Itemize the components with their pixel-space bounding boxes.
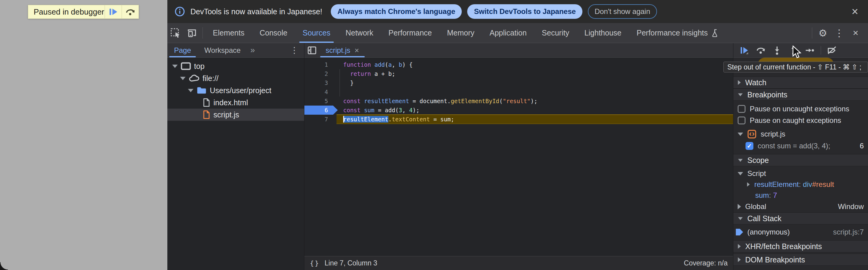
expand-arrow-icon[interactable] bbox=[738, 217, 743, 220]
tab-console[interactable]: Console bbox=[252, 23, 295, 43]
code-line-1[interactable]: 1function add(a, b) { bbox=[304, 60, 733, 69]
expand-arrow-icon[interactable] bbox=[738, 93, 743, 96]
code-line-7[interactable]: 7resultElement.textContent = sum; bbox=[304, 115, 733, 124]
tab-performance-insights[interactable]: Performance insights bbox=[629, 23, 727, 43]
section-watch[interactable]: Watch bbox=[734, 77, 868, 89]
editor-tab-label: script.js bbox=[326, 46, 350, 55]
tab-lighthouse[interactable]: Lighthouse bbox=[577, 23, 629, 43]
tab-sources[interactable]: Sources bbox=[295, 23, 338, 43]
navigator-kebab-icon[interactable]: ⋮ bbox=[285, 43, 304, 57]
scope-content: Script resultElement: div#result sum: 7 … bbox=[734, 166, 868, 212]
line-number[interactable]: 6 bbox=[304, 106, 328, 115]
resume-button[interactable] bbox=[737, 44, 751, 57]
checkbox-unchecked[interactable] bbox=[738, 117, 745, 124]
more-tabs-icon[interactable]: » bbox=[247, 43, 258, 57]
tree-item-project-folder[interactable]: Users/user/project bbox=[167, 84, 304, 96]
collapse-arrow-icon[interactable] bbox=[738, 257, 741, 262]
step-button[interactable] bbox=[803, 44, 817, 57]
tab-memory[interactable]: Memory bbox=[439, 23, 482, 43]
section-breakpoints[interactable]: Breakpoints bbox=[734, 89, 868, 101]
inspect-cursor-icon bbox=[170, 28, 181, 38]
step-over-banner-button[interactable] bbox=[122, 5, 138, 19]
scope-var-sum[interactable]: sum: 7 bbox=[734, 190, 868, 201]
code-line-5[interactable]: 5const resultElement = document.getEleme… bbox=[304, 96, 733, 106]
breakpoint-file-label: script.js bbox=[761, 130, 785, 138]
code-line-2[interactable]: 2 return a + b; bbox=[304, 69, 733, 78]
expand-arrow-icon[interactable] bbox=[172, 65, 178, 68]
collapse-arrow-icon[interactable] bbox=[738, 244, 741, 248]
resume-script-button[interactable] bbox=[104, 5, 122, 19]
line-number[interactable]: 5 bbox=[304, 96, 328, 106]
line-number[interactable]: 3 bbox=[304, 78, 328, 87]
settings-gear-icon[interactable]: ⚙ bbox=[815, 23, 831, 43]
tab-page[interactable]: Page bbox=[167, 43, 198, 57]
switch-devtools-japanese-button[interactable]: Switch DevTools to Japanese bbox=[467, 4, 582, 19]
tree-item-index-html[interactable]: index.html bbox=[167, 96, 304, 109]
device-toolbar-button[interactable] bbox=[184, 23, 200, 43]
infobar-close-icon[interactable]: × bbox=[849, 6, 861, 17]
expand-arrow-icon[interactable] bbox=[738, 159, 743, 161]
tab-application[interactable]: Application bbox=[482, 23, 534, 43]
pretty-print-icon[interactable]: {} bbox=[310, 260, 320, 267]
tree-item-file-origin[interactable]: file:// bbox=[167, 72, 304, 84]
expand-arrow-icon[interactable] bbox=[747, 182, 750, 187]
editor-pane: script.js × 1function add(a, b) {2 retur… bbox=[304, 43, 734, 270]
tab-network[interactable]: Network bbox=[338, 23, 381, 43]
tab-security[interactable]: Security bbox=[534, 23, 577, 43]
tab-performance[interactable]: Performance bbox=[381, 23, 439, 43]
step-into-button[interactable] bbox=[770, 44, 784, 57]
section-dom-breakpoints[interactable]: DOM Breakpoints bbox=[734, 253, 868, 266]
more-options-kebab-icon[interactable]: ⋮ bbox=[831, 23, 847, 43]
section-xhr-breakpoints[interactable]: XHR/fetch Breakpoints bbox=[734, 240, 868, 252]
checkbox-unchecked[interactable] bbox=[738, 105, 745, 113]
tree-item-top[interactable]: top bbox=[167, 60, 304, 72]
step-icon bbox=[805, 46, 815, 55]
line-number[interactable]: 2 bbox=[304, 69, 328, 78]
line-number[interactable]: 7 bbox=[304, 115, 328, 124]
line-number[interactable]: 1 bbox=[304, 60, 328, 69]
expand-arrow-icon[interactable] bbox=[738, 172, 743, 175]
inspect-element-button[interactable] bbox=[167, 23, 184, 43]
tab-elements[interactable]: Elements bbox=[205, 23, 252, 43]
always-match-language-button[interactable]: Always match Chrome's language bbox=[331, 4, 462, 19]
pause-caught-exceptions-row[interactable]: Pause on caught exceptions bbox=[734, 115, 868, 126]
tab-close-icon[interactable]: × bbox=[354, 47, 359, 54]
deactivate-breakpoints-button[interactable] bbox=[825, 44, 839, 57]
code-line-6[interactable]: 6const sum = add(3, 4); bbox=[304, 106, 733, 115]
code-editor[interactable]: 1function add(a, b) {2 return a + b;3 }4… bbox=[304, 58, 733, 256]
variable-name: sum bbox=[755, 191, 769, 199]
checkbox-checked[interactable]: ✓ bbox=[745, 142, 753, 150]
expand-arrow-icon[interactable] bbox=[738, 132, 743, 136]
devtools-close-icon[interactable]: × bbox=[847, 23, 864, 43]
section-call-stack[interactable]: Call Stack bbox=[734, 212, 868, 224]
section-title: Breakpoints bbox=[747, 90, 787, 99]
navigator-toggle-button[interactable] bbox=[304, 43, 319, 57]
scope-var-resultelement[interactable]: resultElement: div#result bbox=[734, 179, 868, 190]
tab-workspace[interactable]: Workspace bbox=[198, 43, 247, 57]
pause-uncaught-exceptions-row[interactable]: Pause on uncaught exceptions bbox=[734, 103, 868, 115]
breakpoint-entry-row[interactable]: ✓ const sum = add(3, 4); 6 bbox=[734, 140, 868, 152]
toolbar-right-controls: ⚙ ⋮ × bbox=[809, 23, 868, 43]
collapse-arrow-icon[interactable] bbox=[738, 80, 741, 85]
section-scope[interactable]: Scope bbox=[734, 154, 868, 166]
code-line-3[interactable]: 3 } bbox=[304, 78, 733, 87]
devtools-infobar: DevTools is now available in Japanese! A… bbox=[167, 0, 868, 23]
breakpoint-file-group[interactable]: script.js bbox=[734, 128, 868, 140]
scope-global-row[interactable]: Global Window bbox=[734, 201, 868, 212]
dont-show-again-button[interactable]: Don't show again bbox=[588, 4, 657, 19]
breakpoint-line-number: 6 bbox=[860, 142, 864, 150]
debugger-sidebar: Watch Breakpoints Pause on uncaught exce… bbox=[734, 43, 868, 270]
call-stack-frame-row[interactable]: (anonymous) script.js:7 bbox=[734, 226, 868, 238]
expand-arrow-icon[interactable] bbox=[188, 89, 193, 92]
scope-script-row[interactable]: Script bbox=[734, 168, 868, 179]
code-line-text: const sum = add(3, 4); bbox=[343, 106, 420, 115]
expand-arrow-icon[interactable] bbox=[738, 204, 741, 209]
expand-arrow-icon[interactable] bbox=[180, 77, 186, 80]
step-over-button[interactable] bbox=[753, 44, 768, 57]
cloud-icon bbox=[189, 74, 199, 83]
code-line-4[interactable]: 4 bbox=[304, 87, 733, 96]
line-number[interactable]: 4 bbox=[304, 87, 328, 96]
editor-tab-script-js[interactable]: script.js × bbox=[319, 43, 365, 57]
tree-item-script-js[interactable]: script.js bbox=[167, 109, 304, 121]
step-into-icon bbox=[772, 46, 782, 55]
